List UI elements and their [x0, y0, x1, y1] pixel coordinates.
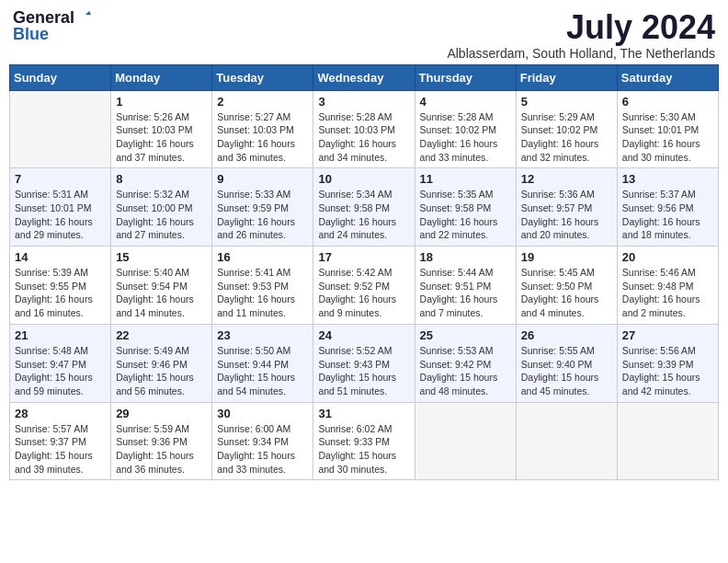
day-number: 7	[15, 172, 106, 186]
logo-blue-text: Blue	[13, 26, 49, 42]
logo: General Blue	[13, 9, 93, 42]
day-number: 24	[318, 328, 409, 342]
day-info: Sunrise: 5:27 AMSunset: 10:03 PMDaylight…	[217, 110, 308, 165]
logo-bird-icon	[76, 7, 93, 24]
weekday-header-tuesday: Tuesday	[212, 64, 313, 90]
calendar-week-row: 21Sunrise: 5:48 AMSunset: 9:47 PMDayligh…	[10, 324, 719, 402]
day-number: 22	[116, 328, 207, 342]
day-number: 13	[622, 172, 713, 186]
calendar-table: SundayMondayTuesdayWednesdayThursdayFrid…	[9, 64, 719, 481]
day-number: 3	[318, 95, 409, 109]
day-number: 19	[521, 250, 612, 264]
location-title: Alblasserdam, South Holland, The Netherl…	[447, 46, 715, 61]
day-info: Sunrise: 6:02 AMSunset: 9:33 PMDaylight:…	[318, 422, 409, 477]
day-info: Sunrise: 5:31 AMSunset: 10:01 PMDaylight…	[15, 188, 106, 242]
day-number: 21	[15, 328, 106, 342]
weekday-header-row: SundayMondayTuesdayWednesdayThursdayFrid…	[10, 64, 719, 90]
calendar-day-cell: 23Sunrise: 5:50 AMSunset: 9:44 PMDayligh…	[212, 324, 313, 402]
calendar-day-cell: 11Sunrise: 5:35 AMSunset: 9:58 PMDayligh…	[415, 168, 516, 247]
day-info: Sunrise: 5:33 AMSunset: 9:59 PMDaylight:…	[217, 188, 308, 242]
calendar-week-row: 28Sunrise: 5:57 AMSunset: 9:37 PMDayligh…	[10, 402, 719, 480]
calendar-day-cell: 8Sunrise: 5:32 AMSunset: 10:00 PMDayligh…	[111, 168, 212, 247]
calendar-day-cell: 13Sunrise: 5:37 AMSunset: 9:56 PMDayligh…	[617, 168, 718, 247]
day-info: Sunrise: 5:28 AMSunset: 10:02 PMDaylight…	[420, 110, 511, 165]
calendar-day-cell	[415, 402, 516, 480]
calendar-day-cell: 7Sunrise: 5:31 AMSunset: 10:01 PMDayligh…	[10, 168, 111, 247]
calendar-day-cell: 22Sunrise: 5:49 AMSunset: 9:46 PMDayligh…	[111, 324, 212, 402]
calendar-day-cell: 19Sunrise: 5:45 AMSunset: 9:50 PMDayligh…	[516, 247, 617, 325]
calendar-day-cell: 20Sunrise: 5:46 AMSunset: 9:48 PMDayligh…	[617, 247, 718, 325]
calendar-day-cell: 21Sunrise: 5:48 AMSunset: 9:47 PMDayligh…	[10, 324, 111, 402]
day-info: Sunrise: 5:34 AMSunset: 9:58 PMDaylight:…	[318, 188, 409, 242]
weekday-header-saturday: Saturday	[617, 64, 718, 90]
day-info: Sunrise: 5:30 AMSunset: 10:01 PMDaylight…	[622, 110, 713, 165]
calendar-week-row: 14Sunrise: 5:39 AMSunset: 9:55 PMDayligh…	[10, 247, 719, 325]
day-number: 30	[217, 407, 308, 420]
day-info: Sunrise: 5:35 AMSunset: 9:58 PMDaylight:…	[420, 188, 511, 242]
calendar-day-cell: 5Sunrise: 5:29 AMSunset: 10:02 PMDayligh…	[516, 90, 617, 168]
day-info: Sunrise: 5:41 AMSunset: 9:53 PMDaylight:…	[217, 266, 308, 320]
calendar-day-cell	[617, 402, 718, 480]
calendar-week-row: 7Sunrise: 5:31 AMSunset: 10:01 PMDayligh…	[10, 168, 719, 247]
day-info: Sunrise: 5:50 AMSunset: 9:44 PMDaylight:…	[217, 344, 308, 398]
day-info: Sunrise: 5:26 AMSunset: 10:03 PMDaylight…	[116, 110, 207, 165]
weekday-header-monday: Monday	[111, 64, 212, 90]
calendar-day-cell: 14Sunrise: 5:39 AMSunset: 9:55 PMDayligh…	[10, 247, 111, 325]
calendar-day-cell: 12Sunrise: 5:36 AMSunset: 9:57 PMDayligh…	[516, 168, 617, 247]
day-info: Sunrise: 6:00 AMSunset: 9:34 PMDaylight:…	[217, 422, 308, 477]
calendar-day-cell	[516, 402, 617, 480]
calendar-day-cell: 25Sunrise: 5:53 AMSunset: 9:42 PMDayligh…	[415, 324, 516, 402]
calendar-week-row: 1Sunrise: 5:26 AMSunset: 10:03 PMDayligh…	[10, 90, 719, 168]
svg-marker-0	[80, 11, 91, 20]
day-info: Sunrise: 5:42 AMSunset: 9:52 PMDaylight:…	[318, 266, 409, 320]
calendar-day-cell: 15Sunrise: 5:40 AMSunset: 9:54 PMDayligh…	[111, 247, 212, 325]
day-number: 4	[420, 95, 511, 109]
day-info: Sunrise: 5:53 AMSunset: 9:42 PMDaylight:…	[420, 344, 511, 398]
day-info: Sunrise: 5:52 AMSunset: 9:43 PMDaylight:…	[318, 344, 409, 398]
calendar-day-cell: 16Sunrise: 5:41 AMSunset: 9:53 PMDayligh…	[212, 247, 313, 325]
day-number: 28	[15, 407, 106, 420]
day-number: 29	[116, 407, 207, 420]
weekday-header-friday: Friday	[516, 64, 617, 90]
day-number: 20	[622, 250, 713, 264]
calendar-day-cell: 26Sunrise: 5:55 AMSunset: 9:40 PMDayligh…	[516, 324, 617, 402]
calendar-day-cell: 29Sunrise: 5:59 AMSunset: 9:36 PMDayligh…	[111, 402, 212, 480]
day-number: 26	[521, 328, 612, 342]
day-number: 17	[318, 250, 409, 264]
calendar-day-cell: 3Sunrise: 5:28 AMSunset: 10:03 PMDayligh…	[313, 90, 415, 168]
calendar-day-cell: 28Sunrise: 5:57 AMSunset: 9:37 PMDayligh…	[10, 402, 111, 480]
day-number: 23	[217, 328, 308, 342]
calendar-day-cell	[10, 90, 111, 168]
day-number: 16	[217, 250, 308, 264]
day-info: Sunrise: 5:59 AMSunset: 9:36 PMDaylight:…	[116, 422, 207, 477]
calendar-day-cell: 30Sunrise: 6:00 AMSunset: 9:34 PMDayligh…	[212, 402, 313, 480]
page-header: General Blue July 2024 Alblasserdam, Sou…	[9, 9, 719, 61]
calendar-day-cell: 24Sunrise: 5:52 AMSunset: 9:43 PMDayligh…	[313, 324, 415, 402]
calendar-day-cell: 9Sunrise: 5:33 AMSunset: 9:59 PMDaylight…	[212, 168, 313, 247]
day-info: Sunrise: 5:39 AMSunset: 9:55 PMDaylight:…	[15, 266, 106, 320]
calendar-day-cell: 4Sunrise: 5:28 AMSunset: 10:02 PMDayligh…	[415, 90, 516, 168]
calendar-day-cell: 2Sunrise: 5:27 AMSunset: 10:03 PMDayligh…	[212, 90, 313, 168]
day-number: 1	[116, 95, 207, 109]
day-info: Sunrise: 5:32 AMSunset: 10:00 PMDaylight…	[116, 188, 207, 242]
day-number: 14	[15, 250, 106, 264]
calendar-day-cell: 17Sunrise: 5:42 AMSunset: 9:52 PMDayligh…	[313, 247, 415, 325]
calendar-day-cell: 27Sunrise: 5:56 AMSunset: 9:39 PMDayligh…	[617, 324, 718, 402]
day-info: Sunrise: 5:29 AMSunset: 10:02 PMDaylight…	[521, 110, 612, 165]
day-number: 8	[116, 172, 207, 186]
day-number: 25	[420, 328, 511, 342]
day-number: 27	[622, 328, 713, 342]
weekday-header-sunday: Sunday	[10, 64, 111, 90]
month-title: July 2024	[447, 9, 715, 46]
day-info: Sunrise: 5:28 AMSunset: 10:03 PMDaylight…	[318, 110, 409, 165]
title-section: July 2024 Alblasserdam, South Holland, T…	[447, 9, 715, 61]
day-info: Sunrise: 5:44 AMSunset: 9:51 PMDaylight:…	[420, 266, 511, 320]
day-info: Sunrise: 5:36 AMSunset: 9:57 PMDaylight:…	[521, 188, 612, 242]
day-info: Sunrise: 5:40 AMSunset: 9:54 PMDaylight:…	[116, 266, 207, 320]
calendar-day-cell: 1Sunrise: 5:26 AMSunset: 10:03 PMDayligh…	[111, 90, 212, 168]
calendar-day-cell: 18Sunrise: 5:44 AMSunset: 9:51 PMDayligh…	[415, 247, 516, 325]
day-number: 5	[521, 95, 612, 109]
calendar-day-cell: 6Sunrise: 5:30 AMSunset: 10:01 PMDayligh…	[617, 90, 718, 168]
day-info: Sunrise: 5:45 AMSunset: 9:50 PMDaylight:…	[521, 266, 612, 320]
day-info: Sunrise: 5:37 AMSunset: 9:56 PMDaylight:…	[622, 188, 713, 242]
